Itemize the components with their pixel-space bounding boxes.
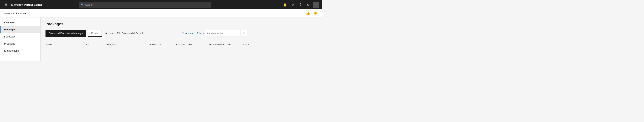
sort-arrow-icon: ⌄ xyxy=(231,43,233,46)
package-search-submit-button[interactable]: 🔍 xyxy=(240,30,247,36)
breadcrumb-bar: Home › Collaborate 👍 👎 xyxy=(0,9,322,18)
package-name-search: 🔍 xyxy=(205,30,248,36)
feedback-icon-button[interactable]: ☺ xyxy=(290,2,296,8)
col-header-created-date[interactable]: Created Date xyxy=(148,43,176,46)
sidebar-item-feedback[interactable]: Feedback xyxy=(0,33,40,40)
advanced-filters-button[interactable]: ▽ Advanced Filters xyxy=(182,32,204,35)
download-distribution-manager-button[interactable]: Download Distribution Manager xyxy=(46,30,86,37)
filter-icon: ▽ xyxy=(182,32,184,35)
toolbar: Download Distribution Manager Create Adv… xyxy=(46,30,317,37)
breadcrumb-separator: › xyxy=(11,12,12,15)
col-header-status[interactable]: Status xyxy=(243,43,264,46)
col-header-content-modified-date[interactable]: Content Modified Date ⌄ xyxy=(208,43,243,46)
nav-icon-group: 🔔 ☺ ? ⚙ xyxy=(282,2,319,8)
page-title: Packages xyxy=(46,22,317,26)
help-button[interactable]: ? xyxy=(297,2,304,8)
sidebar-item-programs[interactable]: Programs xyxy=(0,40,40,47)
global-search-bar: 🔍 xyxy=(79,2,211,8)
package-name-input[interactable] xyxy=(205,32,240,35)
breadcrumb: Home › Collaborate xyxy=(4,12,26,15)
create-button[interactable]: Create xyxy=(88,30,102,37)
col-modified-label: Content Modified Date xyxy=(208,43,230,46)
advanced-file-download-search-link[interactable]: Advanced File Download & Search xyxy=(103,32,146,35)
col-header-name[interactable]: Name xyxy=(46,43,84,46)
col-header-program[interactable]: Program xyxy=(107,43,148,46)
col-header-type[interactable]: Type xyxy=(84,43,107,46)
hamburger-menu[interactable]: ☰ xyxy=(3,2,9,8)
thumbs-down-button[interactable]: 👎 xyxy=(312,11,318,16)
breadcrumb-home[interactable]: Home xyxy=(4,12,10,15)
thumbs-up-button[interactable]: 👍 xyxy=(305,11,311,16)
content-area: Packages Download Distribution Manager C… xyxy=(40,18,322,61)
col-header-expiration-date[interactable]: Expiration Date xyxy=(176,43,208,46)
notifications-button[interactable]: 🔔 xyxy=(282,2,288,8)
feedback-icon-group: 👍 👎 xyxy=(305,11,318,16)
sidebar: Overview Packages Feedback Programs Enga… xyxy=(0,18,40,61)
app-title: Microsoft Partner Center xyxy=(11,3,42,6)
avatar-button[interactable] xyxy=(313,2,319,8)
sidebar-item-overview[interactable]: Overview xyxy=(0,19,40,26)
breadcrumb-current: Collaborate xyxy=(13,12,26,15)
main-layout: Overview Packages Feedback Programs Enga… xyxy=(0,18,322,61)
global-search-input[interactable] xyxy=(85,3,209,6)
settings-button[interactable]: ⚙ xyxy=(305,2,312,8)
search-icon: 🔍 xyxy=(81,3,84,6)
top-navigation: ☰ Microsoft Partner Center 🔍 🔔 ☺ ? ⚙ xyxy=(0,0,322,9)
sidebar-item-engagements[interactable]: Engagements xyxy=(0,47,40,54)
table-header: Name Type Program Created Date Expiratio… xyxy=(46,41,317,46)
advanced-filters-label: Advanced Filters xyxy=(185,32,204,35)
sidebar-item-packages[interactable]: Packages xyxy=(0,26,40,33)
